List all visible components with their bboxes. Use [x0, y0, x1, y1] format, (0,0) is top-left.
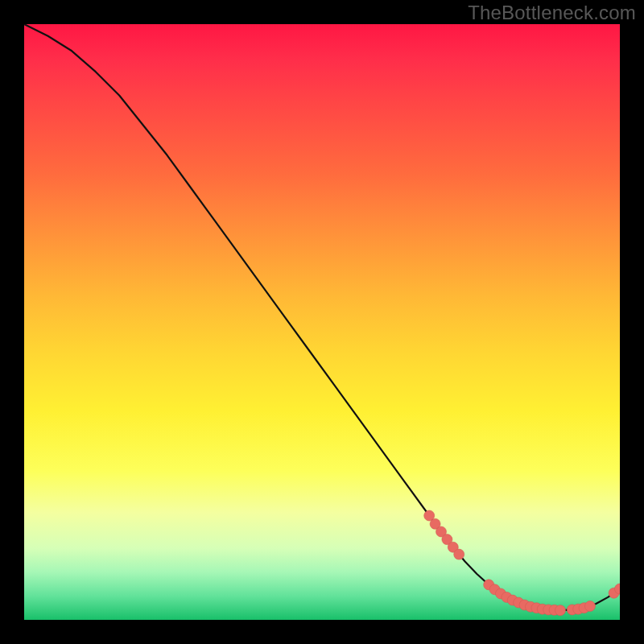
chart-frame: TheBottleneck.com [0, 0, 644, 644]
data-point-marker [555, 605, 566, 616]
chart-overlay [24, 24, 620, 620]
marker-group [424, 510, 620, 616]
watermark-text: TheBottleneck.com [468, 2, 636, 24]
data-point-marker [454, 549, 464, 559]
bottleneck-curve [24, 24, 620, 610]
plot-area [24, 24, 620, 620]
data-point-marker [585, 601, 596, 611]
